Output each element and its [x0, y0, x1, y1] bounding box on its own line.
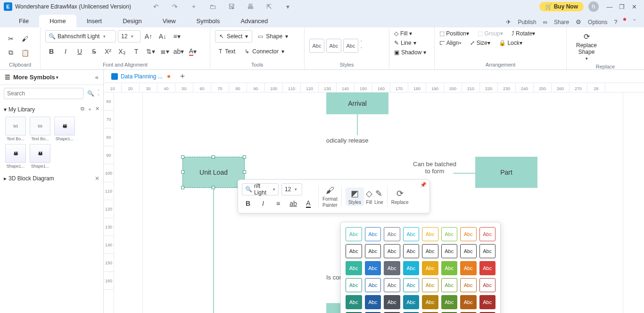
font-color-icon[interactable]: A▾	[187, 45, 199, 58]
library-thumb[interactable]: txtText Bo...	[29, 117, 51, 141]
group-button[interactable]: ⬚ Group▾	[478, 30, 503, 37]
tab-view[interactable]: View	[152, 15, 186, 27]
mini-format-painter[interactable]: 🖌FormatPainter	[322, 186, 338, 208]
style-swatch[interactable]: Abc	[365, 244, 381, 258]
style-scroll-up[interactable]: ˄	[360, 40, 363, 45]
style-swatch[interactable]: Abc	[346, 227, 362, 241]
line-spacing-icon[interactable]: ⇅▾	[144, 45, 157, 58]
lib-close-icon[interactable]: ✕	[95, 106, 99, 113]
save-icon[interactable]: 🖫	[225, 0, 238, 13]
buy-now-button[interactable]: 🛒 Buy Now	[539, 2, 584, 11]
tab-symbols[interactable]: Symbols	[186, 15, 231, 27]
help-icon[interactable]: ?	[614, 18, 617, 25]
case-icon[interactable]: T	[130, 45, 142, 58]
undo-icon[interactable]: ↶	[150, 0, 162, 13]
paste-icon[interactable]: 📋	[19, 47, 31, 59]
style-swatch[interactable]: Abc	[460, 244, 477, 258]
style-swatch[interactable]: Abc	[365, 295, 381, 309]
connector[interactable]	[213, 188, 214, 313]
connector[interactable]	[357, 114, 358, 135]
style-swatch[interactable]: Abc	[384, 278, 400, 292]
style-swatch[interactable]: Abc	[365, 278, 381, 292]
style-preset[interactable]: Abc	[326, 39, 341, 53]
style-swatch[interactable]: Abc	[422, 227, 438, 241]
underline-icon[interactable]: U	[74, 45, 86, 58]
library-thumb[interactable]: txtText Bo...	[5, 117, 26, 141]
style-swatch[interactable]: Abc	[479, 261, 496, 275]
font-size-combo[interactable]: 12▾	[118, 30, 140, 42]
mini-highlight-icon[interactable]: ab	[287, 197, 299, 210]
align-dropdown-icon[interactable]: ≡▾	[171, 30, 183, 42]
search-next-icon[interactable]: ˅	[98, 94, 99, 98]
style-swatch[interactable]: Abc	[441, 278, 458, 292]
style-swatch[interactable]: Abc	[422, 261, 438, 275]
collapse-ribbon-icon[interactable]: ˇ	[634, 18, 636, 25]
style-swatch[interactable]: Abc	[346, 278, 362, 292]
node-part[interactable]: Part	[475, 157, 537, 188]
redo-icon[interactable]: ↷	[169, 0, 181, 13]
publish-button[interactable]: Publish	[518, 19, 536, 25]
shape-button[interactable]: ▭ Shape▾	[254, 30, 292, 42]
replace-shape-button[interactable]: ⟳ Replace Shape▾	[571, 30, 602, 63]
symbol-search-input[interactable]	[4, 88, 83, 99]
qat-more-icon[interactable]: ▾	[282, 0, 294, 13]
user-avatar[interactable]: h	[588, 1, 599, 12]
bold-icon[interactable]: B	[45, 45, 58, 58]
options-button[interactable]: Options	[588, 19, 607, 25]
grow-font-icon[interactable]: A↑	[142, 30, 155, 42]
position-button[interactable]: ⬚ Position▾	[439, 30, 469, 37]
style-preset[interactable]: Abc	[343, 39, 358, 53]
new-icon[interactable]: ＋	[188, 0, 200, 13]
category-3d-block[interactable]: ▸ 3D Block Diagram✕	[0, 172, 103, 185]
share-button[interactable]: Share	[554, 19, 569, 25]
copy-icon[interactable]: ⧉	[5, 47, 17, 59]
style-swatch[interactable]: Abc	[441, 227, 458, 241]
print-icon[interactable]: 🖶	[244, 0, 256, 13]
mini-fill-button[interactable]: ◇Fill	[366, 188, 372, 205]
style-swatch[interactable]: Abc	[422, 244, 438, 258]
style-scroll-down[interactable]: ˅	[360, 47, 363, 51]
style-swatch[interactable]: Abc	[403, 295, 420, 309]
style-swatch[interactable]: Abc	[441, 244, 458, 258]
shrink-font-icon[interactable]: A↓	[157, 30, 169, 42]
style-swatch[interactable]: Abc	[384, 295, 400, 309]
style-swatch[interactable]: Abc	[346, 244, 362, 258]
format-painter-icon[interactable]: 🖌	[19, 33, 31, 45]
text-button[interactable]: T Text	[215, 45, 239, 58]
tab-advanced[interactable]: Advanced	[230, 15, 278, 27]
style-swatch[interactable]: Abc	[403, 278, 420, 292]
bullets-icon[interactable]: ≣▾	[158, 45, 171, 58]
style-swatch[interactable]: Abc	[460, 261, 477, 275]
export-icon[interactable]: ⇱	[263, 0, 275, 13]
library-thumb[interactable]: 👪Shape1...	[29, 144, 51, 169]
connector-button[interactable]: ↳ Connector▾	[241, 45, 288, 58]
highlight-icon[interactable]: ab▾	[173, 45, 185, 58]
style-swatch[interactable]: Abc	[365, 261, 381, 275]
mini-line-button[interactable]: ✎Line	[374, 188, 383, 205]
cut-icon[interactable]: ✂	[5, 33, 17, 45]
style-swatch[interactable]: Abc	[479, 244, 496, 258]
style-swatch[interactable]: Abc	[479, 227, 496, 241]
search-icon[interactable]: 🔍	[85, 90, 96, 97]
lock-button[interactable]: 🔒 Lock▾	[499, 40, 522, 46]
style-swatch[interactable]: Abc	[403, 261, 420, 275]
size-button[interactable]: ⤢ Size▾	[470, 40, 490, 46]
fill-button[interactable]: ◇ Fill▾	[394, 30, 412, 37]
lib-add-icon[interactable]: ＋	[87, 106, 92, 113]
style-swatch[interactable]: Abc	[403, 244, 420, 258]
style-swatch[interactable]: Abc	[479, 295, 496, 309]
category-close-icon[interactable]: ✕	[95, 175, 99, 182]
collapse-panel-icon[interactable]: «	[95, 74, 99, 81]
mini-replace-button[interactable]: ⟳Replace	[391, 188, 409, 205]
style-swatch[interactable]: Abc	[346, 295, 362, 309]
tab-file[interactable]: File	[8, 15, 39, 27]
new-tab-button[interactable]: ＋	[179, 71, 186, 81]
tab-home[interactable]: Home	[39, 15, 76, 27]
style-preset[interactable]: Abc	[309, 39, 324, 53]
font-name-combo[interactable]: 🔍 Bahnschrift Light▾	[45, 30, 116, 42]
style-swatch[interactable]: Abc	[479, 278, 496, 292]
mini-font-combo[interactable]: 🔍rift Light▾	[242, 183, 279, 195]
style-swatch[interactable]: Abc	[384, 227, 400, 241]
minimize-button[interactable]: —	[603, 3, 616, 10]
mini-italic-icon[interactable]: I	[257, 197, 269, 210]
